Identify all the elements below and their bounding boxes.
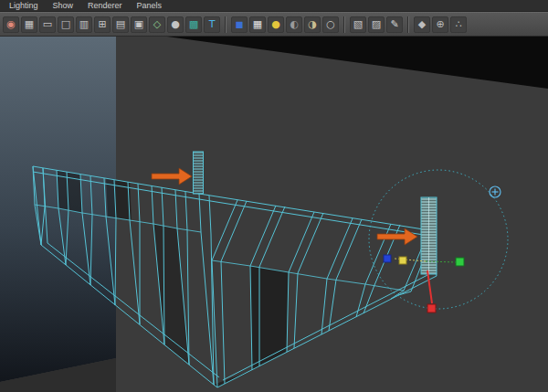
- safe-title-icon[interactable]: ▣: [131, 16, 147, 33]
- viewport[interactable]: [0, 37, 548, 392]
- shadows-icon[interactable]: ◐: [286, 16, 302, 33]
- renderer-menu[interactable]: Renderer: [82, 0, 128, 12]
- scene-cube-icon[interactable]: ◆: [414, 16, 430, 33]
- panels-menu[interactable]: Panels: [132, 0, 168, 12]
- show-menu[interactable]: Show: [47, 0, 79, 12]
- field-chart-icon[interactable]: ⊞: [94, 16, 111, 33]
- default-material-icon[interactable]: ◼: [231, 16, 248, 33]
- motion-blur-icon[interactable]: ○: [322, 16, 339, 33]
- render-globe-icon[interactable]: ⊕: [432, 16, 448, 33]
- xray-icon[interactable]: ▨: [368, 16, 385, 33]
- select-camera-icon[interactable]: ◉: [3, 16, 19, 33]
- checkerboard-icon[interactable]: ▦: [249, 16, 266, 33]
- extruded-face-1[interactable]: [194, 152, 204, 194]
- axis-y-handle[interactable]: [456, 258, 464, 266]
- grid-icon[interactable]: ▦: [21, 16, 37, 33]
- textured-icon[interactable]: ▩: [185, 16, 202, 33]
- axis-x-handle[interactable]: [427, 304, 436, 313]
- center-handle[interactable]: [399, 257, 406, 264]
- resolution-gate-icon[interactable]: □: [58, 16, 74, 33]
- film-gate-icon[interactable]: ▭: [39, 16, 56, 33]
- panel-menu-bar: LightingShowRendererPanels: [0, 0, 548, 12]
- isolate-select-icon[interactable]: ▧: [350, 16, 366, 33]
- shaded-icon[interactable]: ●: [167, 16, 184, 33]
- grease-pencil-icon[interactable]: ✎: [386, 16, 403, 33]
- safe-action-icon[interactable]: ▤: [112, 16, 129, 33]
- all-lights-icon[interactable]: ●: [268, 16, 284, 33]
- ambient-occlusion-icon[interactable]: ◑: [304, 16, 321, 33]
- wireframe-icon[interactable]: ◇: [149, 16, 165, 33]
- toolbar-separator: [225, 16, 227, 33]
- hud-icon[interactable]: T: [204, 16, 220, 33]
- gate-mask-icon[interactable]: ▥: [76, 16, 92, 33]
- panel-toolbar: ◉▦▭□▥⊞▤▣◇●▩T◼▦●◐◑○▧▨✎◆⊕∴: [0, 12, 548, 37]
- lighting-menu[interactable]: Lighting: [4, 0, 44, 12]
- left-wall-face: [0, 37, 116, 382]
- toolbar-separator: [407, 16, 409, 33]
- maya-viewport-panel: LightingShowRendererPanels ◉▦▭□▥⊞▤▣◇●▩T◼…: [0, 0, 548, 392]
- share-icon[interactable]: ∴: [450, 16, 467, 33]
- axis-z-handle[interactable]: [384, 255, 391, 262]
- viewport-scene: [0, 37, 548, 392]
- toolbar-separator: [343, 16, 345, 33]
